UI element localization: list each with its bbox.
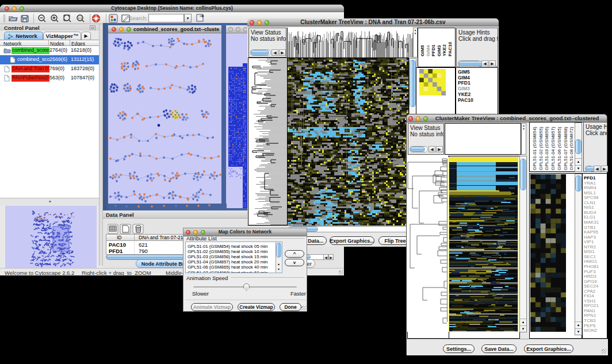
svg-text:1:1: 1:1 bbox=[78, 16, 82, 20]
